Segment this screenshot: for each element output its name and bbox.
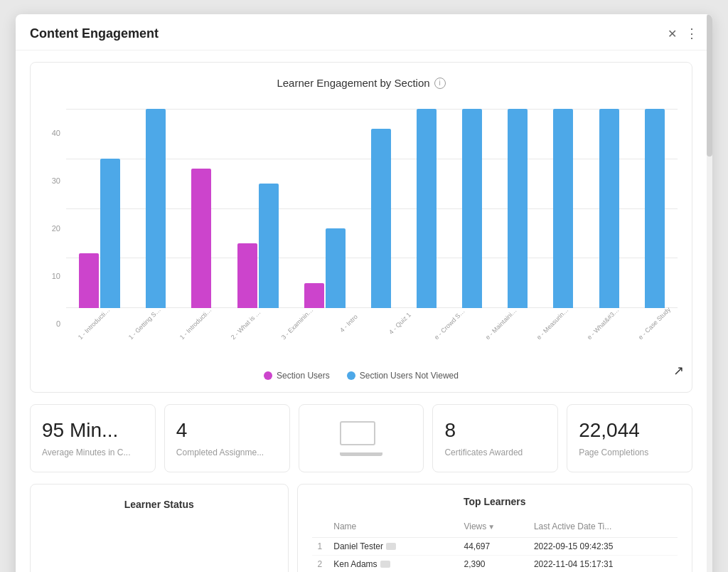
x-label-4: 3 - Examining The Cro... [280,306,315,341]
y-label-10: 10 [45,272,60,280]
y-axis: 0 10 20 30 40 [45,129,66,328]
x-label-11: e - Case Study [637,306,672,341]
last-active-cell: 2022-11-04 15:17:31 [528,556,678,573]
bar-blue-0 [100,159,120,308]
learner-status-card: Learner Status [30,484,289,572]
legend-section-users: Section Users [264,371,330,381]
rank-cell: 1 [312,538,328,556]
bar-blue-8 [508,109,528,308]
stat-card-assignments: 4 Completed Assignme... [164,404,290,472]
x-labels: 1 - Introduction1 - Getting Started1 - I… [66,308,678,328]
table-row: 2 Ken Adams 2,390 2022-11-04 15:17:31 [312,556,678,573]
legend-dot-blue [347,371,355,380]
stat-value-assignments: 4 [176,419,188,442]
th-views[interactable]: Views ▼ [458,519,528,538]
sort-arrow-icon: ▼ [488,523,495,531]
y-label-20: 20 [45,224,60,233]
scrollbar-thumb[interactable] [707,14,712,157]
table-header-row: Name Views ▼ Last Active Date Ti... [312,519,678,538]
legend-label-section-users: Section Users [277,371,330,381]
th-name: Name [328,519,458,538]
bar-pair-4 [304,228,346,308]
x-label-10: e - What&#39;s Next... [586,306,621,341]
laptop-icon [340,421,382,456]
info-icon[interactable]: i [434,78,446,89]
stats-row: 95 Min... Average Minutes in C... 4 Comp… [30,404,692,472]
x-label-6: 4 - Quiz 1 [382,306,417,341]
stat-label-assignments: Completed Assignme... [176,447,264,457]
stat-value-page-completions: 22,044 [579,419,640,442]
y-label-30: 30 [45,176,60,185]
bar-pair-11 [645,109,665,308]
bar-pair-5 [371,129,391,308]
window-controls: ✕ ⋮ [668,26,698,41]
bar-blue-6 [417,109,437,308]
chart-title: Learner Engagement by Section i [45,77,678,89]
bar-blue-1 [146,109,166,308]
legend-dot-magenta [264,371,272,380]
stat-label-certificates: Certificates Awarded [444,447,523,457]
x-label-7: e - Crowd Sourcing Cu... [433,306,468,341]
stat-label-minutes: Average Minutes in C... [42,447,131,457]
learner-status-title: Learner Status [45,499,274,510]
bar-magenta-0 [79,253,99,308]
x-label-5: 4 - Intro [331,306,366,341]
more-options-icon[interactable]: ⋮ [685,26,698,41]
chart-container: 0 10 20 30 40 [45,100,678,328]
chart-legend: Section Users Section Users Not Viewed [45,371,678,381]
views-cell: 2,390 [458,556,528,573]
bars-area: 1 - Introduction1 - Getting Started1 - I… [66,109,678,328]
y-label-40: 40 [45,129,60,137]
learners-table: Name Views ▼ Last Active Date Ti... 1 [312,519,678,572]
main-content: Learner Engagement by Section i 0 10 20 … [16,51,712,572]
views-cell: 44,697 [458,538,528,556]
x-label-8: e - Maintaining Culture... [484,306,519,341]
user-tag-icon [380,561,390,568]
x-label-2: 1 - Introduction [178,306,213,341]
x-label-1: 1 - Getting Started [127,306,162,341]
name-cell: Ken Adams [328,556,458,573]
bar-pair-9 [553,109,573,308]
bars-row [66,109,678,308]
legend-section-users-not-viewed: Section Users Not Viewed [347,371,459,381]
bar-pair-0 [79,159,120,308]
top-learners-card: Top Learners Name Views ▼ [297,484,692,572]
stat-card-page-completions: 22,044 Page Completions [567,404,692,472]
bar-magenta-3 [237,243,257,308]
last-active-cell: 2022-09-15 09:42:35 [528,538,678,556]
bars-group [66,109,678,308]
scrollbar-track[interactable] [707,14,712,572]
bar-blue-10 [599,109,619,308]
user-tag-icon [386,543,396,550]
stat-value-minutes: 95 Min... [42,419,118,442]
bar-pair-7 [462,109,482,308]
stat-card-certificates: 8 Certificates Awarded [432,404,558,472]
y-label-0: 0 [45,319,60,328]
rank-cell: 2 [312,556,328,573]
close-icon[interactable]: ✕ [668,27,677,41]
bar-magenta-2 [191,169,211,308]
bar-blue-4 [326,228,346,308]
bar-pair-2 [191,169,211,308]
bar-pair-3 [237,184,279,308]
window-title: Content Engagement [30,26,159,41]
x-label-0: 1 - Introduction [77,306,112,341]
bar-pair-8 [508,109,528,308]
bar-blue-11 [645,109,665,308]
top-learners-title: Top Learners [312,496,678,507]
th-rank [312,519,328,538]
bar-blue-7 [462,109,482,308]
bar-blue-9 [553,109,573,308]
x-label-3: 2 - What is Culture [230,306,264,341]
bar-blue-5 [371,129,391,308]
bar-blue-3 [259,184,279,308]
bar-pair-6 [417,109,437,308]
chart-card: Learner Engagement by Section i 0 10 20 … [30,62,692,393]
main-window: Content Engagement ✕ ⋮ Learner Engagemen… [16,14,712,572]
table-row: 1 Daniel Tester 44,697 2022-09-15 09:42:… [312,538,678,556]
stat-card-laptop [299,404,424,472]
stat-value-certificates: 8 [444,419,456,442]
bar-magenta-4 [304,283,324,308]
bar-pair-10 [599,109,619,308]
name-cell: Daniel Tester [328,538,458,556]
